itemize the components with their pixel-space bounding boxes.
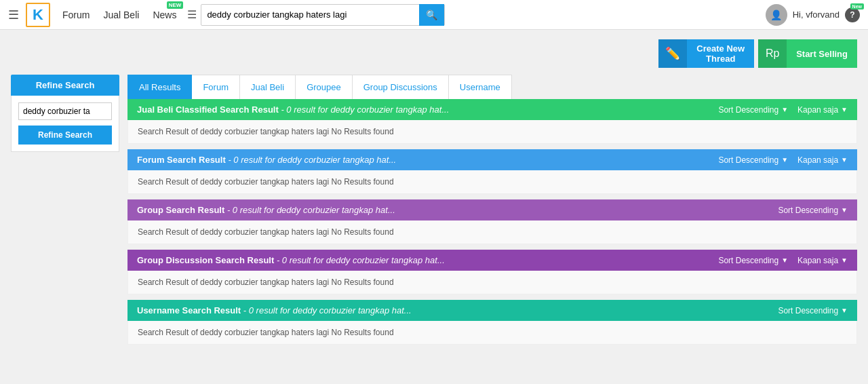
- sort-dropdown-username[interactable]: Sort Descending ▼: [778, 306, 848, 315]
- result-header-forum: Forum Search Result - 0 result for deddy…: [127, 149, 857, 170]
- help-new-badge: New: [850, 3, 864, 9]
- tab-username[interactable]: Username: [449, 75, 512, 99]
- result-controls-username: Sort Descending ▼: [778, 306, 848, 315]
- result-header-jual-beli: Jual Beli Classified Search Result - 0 r…: [127, 99, 857, 120]
- result-controls-jual-beli: Sort Descending ▼ Kapan saja ▼: [718, 105, 848, 115]
- time-dropdown-jual-beli[interactable]: Kapan saja ▼: [797, 105, 848, 115]
- result-section-username: Username Search Result - 0 result for de…: [127, 300, 857, 345]
- result-section-group-discussion: Group Discussion Search Result - 0 resul…: [127, 250, 857, 294]
- user-greeting: Hi, vforvand: [793, 9, 840, 20]
- tabs: All Results Forum Jual Beli Groupee Grou…: [127, 75, 857, 99]
- search-input[interactable]: [201, 9, 419, 20]
- result-body-jual-beli: Search Result of deddy corbuzier tangkap…: [127, 120, 857, 144]
- start-selling-button[interactable]: Rp Start Selling: [758, 39, 857, 68]
- result-section-group: Group Search Result - 0 result for deddy…: [127, 199, 857, 244]
- sort-dropdown-forum[interactable]: Sort Descending ▼: [718, 155, 788, 165]
- sort-chevron: ▼: [841, 307, 848, 314]
- search-bar: 🔍: [201, 4, 445, 26]
- result-count-group-discussion: - 0 result for deddy corbuzier tangkap h…: [277, 255, 445, 265]
- sort-chevron: ▼: [781, 156, 788, 164]
- result-count-forum: - 0 result for deddy corbuzier tangkap h…: [228, 155, 396, 165]
- refine-search-header: Refine Search: [11, 75, 119, 96]
- result-body-group: Search Result of deddy corbuzier tangkap…: [127, 220, 857, 244]
- content: All Results Forum Jual Beli Groupee Grou…: [127, 75, 857, 350]
- time-chevron: ▼: [841, 156, 848, 164]
- tab-group-discussions[interactable]: Group Discussions: [353, 75, 449, 99]
- filter-icon[interactable]: ☰: [187, 8, 197, 21]
- refine-search-button[interactable]: Refine Search: [18, 126, 112, 145]
- result-controls-forum: Sort Descending ▼ Kapan saja ▼: [718, 155, 848, 165]
- result-query-group-discussion: deddy corbuzier tangkap hat...: [326, 255, 445, 265]
- time-chevron: ▼: [841, 256, 848, 264]
- result-count-group: - 0 result for deddy corbuzier tangkap h…: [227, 205, 395, 215]
- result-section-forum: Forum Search Result - 0 result for deddy…: [127, 149, 857, 194]
- result-header-group-discussion: Group Discussion Search Result - 0 resul…: [127, 250, 857, 271]
- help-button[interactable]: ?: [845, 7, 860, 22]
- sort-dropdown-group[interactable]: Sort Descending ▼: [778, 206, 848, 215]
- create-thread-icon: ✏️: [658, 39, 687, 68]
- avatar: 👤: [766, 4, 787, 26]
- results-container: Jual Beli Classified Search Result - 0 r…: [127, 99, 857, 345]
- sidebar-body: Refine Search: [11, 96, 119, 152]
- result-body-forum: Search Result of deddy corbuzier tangkap…: [127, 170, 857, 194]
- hamburger-icon[interactable]: ☰: [8, 7, 19, 22]
- nav-jual-beli[interactable]: Jual Beli: [103, 7, 139, 23]
- result-count-username: - 0 result for deddy corbuzier tangkap h…: [243, 305, 412, 315]
- result-body-group-discussion: Search Result of deddy corbuzier tangkap…: [127, 271, 857, 294]
- result-header-username: Username Search Result - 0 result for de…: [127, 300, 857, 321]
- result-controls-group-discussion: Sort Descending ▼ Kapan saja ▼: [718, 256, 848, 265]
- result-title-group: Group Search Result - 0 result for deddy…: [137, 205, 395, 215]
- sidebar: Refine Search Refine Search: [11, 75, 119, 350]
- tab-all-results[interactable]: All Results: [127, 75, 192, 99]
- new-badge: NEW: [167, 1, 184, 9]
- result-title-forum: Forum Search Result - 0 result for deddy…: [137, 155, 396, 165]
- result-section-jual-beli: Jual Beli Classified Search Result - 0 r…: [127, 99, 857, 144]
- sort-dropdown-group-discussion[interactable]: Sort Descending ▼: [718, 256, 788, 265]
- sidebar-search-input[interactable]: [18, 102, 112, 120]
- tab-forum[interactable]: Forum: [192, 75, 240, 99]
- time-dropdown-forum[interactable]: Kapan saja ▼: [797, 155, 848, 165]
- main-layout: Refine Search Refine Search All Results …: [0, 75, 868, 361]
- result-title-jual-beli: Jual Beli Classified Search Result - 0 r…: [137, 104, 449, 115]
- result-title-group-discussion: Group Discussion Search Result - 0 resul…: [137, 255, 445, 265]
- result-query-username: deddy corbuzier tangkap hat...: [293, 305, 412, 315]
- result-count-jual-beli: - 0 result for deddy corbuzier tangkap h…: [281, 104, 449, 115]
- nav-news[interactable]: News NEW: [153, 7, 176, 23]
- time-chevron: ▼: [841, 106, 848, 113]
- nav-forum[interactable]: Forum: [62, 7, 90, 23]
- result-header-group: Group Search Result - 0 result for deddy…: [127, 199, 857, 220]
- create-thread-button[interactable]: ✏️ Create NewThread: [658, 39, 754, 68]
- result-query-group: deddy corbuzier tangkap hat...: [277, 205, 395, 215]
- create-thread-label: Create NewThread: [687, 43, 754, 64]
- start-selling-label: Start Selling: [787, 49, 857, 59]
- time-dropdown-group-discussion[interactable]: Kapan saja ▼: [797, 256, 848, 265]
- sort-chevron: ▼: [781, 106, 788, 113]
- header-right: 👤 Hi, vforvand ? New: [766, 4, 860, 26]
- main-nav: Forum Jual Beli News NEW: [62, 7, 176, 23]
- result-controls-group: Sort Descending ▼: [778, 206, 848, 215]
- result-query-forum: deddy corbuzier tangkap hat...: [277, 155, 396, 165]
- header: ☰ K Forum Jual Beli News NEW ☰ 🔍 👤 Hi, v…: [0, 0, 868, 30]
- logo[interactable]: K: [26, 3, 50, 27]
- result-query-jual-beli: deddy corbuzier tangkap hat...: [330, 104, 449, 115]
- sort-dropdown-jual-beli[interactable]: Sort Descending ▼: [718, 105, 788, 115]
- tab-groupee[interactable]: Groupee: [296, 75, 353, 99]
- sort-chevron: ▼: [841, 206, 848, 214]
- search-button[interactable]: 🔍: [419, 4, 444, 26]
- result-body-username: Search Result of deddy corbuzier tangkap…: [127, 321, 857, 345]
- toolbar: ✏️ Create NewThread Rp Start Selling: [0, 30, 868, 75]
- sort-chevron: ▼: [781, 256, 788, 264]
- tab-jual-beli[interactable]: Jual Beli: [240, 75, 296, 99]
- start-selling-icon: Rp: [758, 39, 787, 68]
- help-wrap: ? New: [845, 7, 860, 22]
- result-title-username: Username Search Result - 0 result for de…: [137, 305, 412, 315]
